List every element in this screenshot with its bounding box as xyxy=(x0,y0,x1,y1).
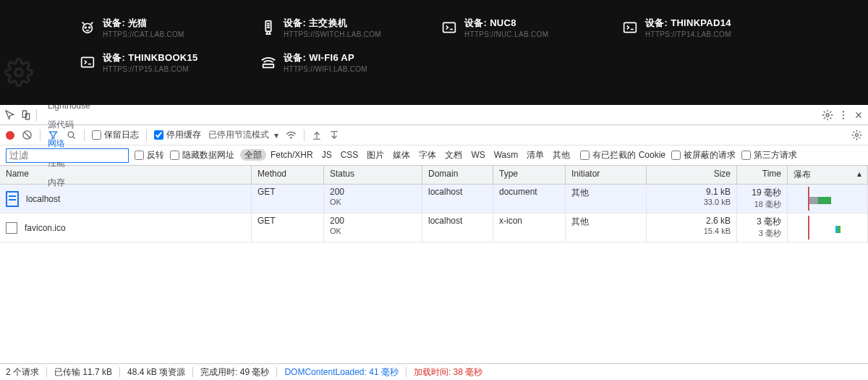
cell-status: 200OK xyxy=(324,185,422,214)
device-label: 设备: 光猫 xyxy=(103,17,184,30)
cell-status: 200OK xyxy=(324,214,422,242)
filter-type[interactable]: 媒体 xyxy=(388,149,414,161)
device-card[interactable]: 设备: THINKPAD14HTTPS://TP14.LAB.COM xyxy=(622,10,803,45)
filter-type[interactable]: 清单 xyxy=(522,149,548,161)
blocked-requests-checkbox[interactable]: 被屏蔽的请求 xyxy=(671,149,736,161)
status-load: 加载时间: 38 毫秒 xyxy=(414,366,482,379)
table-row[interactable]: favicon.icoGET200OKlocalhostx-icon其他2.6 … xyxy=(0,214,868,242)
blocked-cookies-checkbox[interactable]: 有已拦截的 Cookie xyxy=(580,149,665,161)
status-resources: 48.4 kB 项资源 xyxy=(127,366,185,379)
import-har-icon[interactable] xyxy=(312,130,322,140)
col-type[interactable]: Type xyxy=(493,166,566,184)
status-bar: 2 个请求 已传输 11.7 kB 48.4 kB 项资源 完成用时: 49 毫… xyxy=(0,363,868,380)
close-icon[interactable] xyxy=(854,110,864,120)
svg-point-17 xyxy=(291,138,292,138)
filter-icon[interactable] xyxy=(48,130,59,140)
svg-point-16 xyxy=(68,132,74,138)
file-icon xyxy=(6,222,17,234)
switch-icon xyxy=(260,20,276,35)
device-url: HTTPS://NUC.LAB.COM xyxy=(464,30,548,38)
cell-type: x-icon xyxy=(493,214,566,242)
svg-rect-8 xyxy=(263,64,274,68)
cell-method: GET xyxy=(252,185,324,214)
svg-point-14 xyxy=(843,117,844,119)
device-label: 设备: 主交换机 xyxy=(284,17,381,30)
filter-type[interactable]: WS xyxy=(467,149,489,161)
terminal-icon xyxy=(622,20,638,35)
cell-waterfall xyxy=(788,214,868,242)
svg-point-2 xyxy=(85,27,86,28)
terminal-icon xyxy=(441,20,457,35)
col-time[interactable]: Time xyxy=(737,166,788,184)
device-card[interactable]: 设备: THINKBOOK15HTTPS://TP15.LAB.COM xyxy=(80,45,260,80)
device-url: HTTPS://SWITCH.LAB.COM xyxy=(284,30,381,38)
device-label: 设备: THINKBOOK15 xyxy=(103,51,198,64)
terminal-icon xyxy=(80,54,95,70)
device-toggle-icon[interactable] xyxy=(20,109,32,121)
filter-type[interactable]: 字体 xyxy=(414,149,441,161)
svg-point-3 xyxy=(89,27,90,28)
cell-size: 2.6 kB15.4 kB xyxy=(647,214,737,242)
hide-data-urls-checkbox[interactable]: 隐藏数据网址 xyxy=(170,149,234,161)
svg-point-1 xyxy=(83,24,93,33)
record-button[interactable] xyxy=(6,131,14,140)
network-conditions-icon[interactable] xyxy=(286,130,297,140)
device-card[interactable]: 设备: 光猫HTTPS://CAT.LAB.COM xyxy=(80,10,260,45)
svg-point-13 xyxy=(843,114,844,115)
filter-type[interactable]: CSS xyxy=(336,149,363,161)
col-waterfall[interactable]: 瀑布 ▴ xyxy=(788,166,868,184)
status-dcl: DOMContentLoaded: 41 毫秒 xyxy=(284,366,398,379)
col-method[interactable]: Method xyxy=(252,166,324,184)
table-row[interactable]: localhostGET200OKlocalhostdocument其他9.1 … xyxy=(0,185,868,214)
device-label: 设备: THINKPAD14 xyxy=(645,17,731,30)
device-url: HTTPS://TP14.LAB.COM xyxy=(645,30,731,38)
cell-initiator: 其他 xyxy=(566,185,647,214)
filter-type[interactable]: 图片 xyxy=(362,149,388,161)
filter-type[interactable]: JS xyxy=(318,149,336,161)
wifi-icon xyxy=(260,54,276,70)
document-icon xyxy=(6,191,19,207)
col-domain[interactable]: Domain xyxy=(422,166,493,184)
third-party-checkbox[interactable]: 第三方请求 xyxy=(741,149,797,161)
filter-type[interactable]: 文档 xyxy=(441,149,467,161)
clear-icon[interactable] xyxy=(22,130,33,140)
settings-gear-icon xyxy=(4,58,33,87)
more-icon[interactable] xyxy=(838,109,849,121)
device-url: HTTPS://WIFI.LAB.COM xyxy=(284,65,367,73)
status-requests: 2 个请求 xyxy=(6,366,39,379)
network-toolbar: 保留日志 停用缓存 已停用节流模式 ▾ xyxy=(0,125,868,145)
search-icon[interactable] xyxy=(66,130,77,140)
col-size[interactable]: Size xyxy=(647,166,737,184)
table-header-row: Name Method Status Domain Type Initiator… xyxy=(0,166,868,185)
filter-type[interactable]: Fetch/XHR xyxy=(266,149,318,161)
cell-type: document xyxy=(493,185,566,214)
col-initiator[interactable]: Initiator xyxy=(566,166,647,184)
device-card[interactable]: 设备: 主交换机HTTPS://SWITCH.LAB.COM xyxy=(260,10,441,45)
status-transferred: 已传输 11.7 kB xyxy=(54,366,112,379)
device-card[interactable]: 设备: NUC8HTTPS://NUC.LAB.COM xyxy=(441,10,622,45)
svg-point-12 xyxy=(843,111,844,112)
col-name[interactable]: Name xyxy=(0,166,252,184)
export-har-icon[interactable] xyxy=(329,130,339,140)
invert-checkbox[interactable]: 反转 xyxy=(135,149,164,161)
settings-icon[interactable] xyxy=(822,109,833,121)
cell-name: localhost xyxy=(26,194,60,204)
device-label: 设备: WI-FI6 AP xyxy=(284,51,367,64)
preserve-log-checkbox[interactable]: 保留日志 xyxy=(92,129,139,141)
cell-time: 3 毫秒3 毫秒 xyxy=(737,214,788,242)
cell-initiator: 其他 xyxy=(566,214,647,242)
filter-type[interactable]: Wasm xyxy=(490,149,523,161)
throttling-dropdown[interactable]: 已停用节流模式 ▾ xyxy=(208,129,278,141)
device-card[interactable]: 设备: WI-FI6 APHTTPS://WIFI.LAB.COM xyxy=(260,45,441,80)
filter-type[interactable]: 全部 xyxy=(240,149,266,161)
drawer-settings-icon[interactable] xyxy=(851,130,862,140)
svg-rect-7 xyxy=(82,57,94,67)
svg-rect-4 xyxy=(265,21,271,32)
inspect-icon[interactable] xyxy=(4,109,16,121)
col-status[interactable]: Status xyxy=(324,166,422,184)
disable-cache-checkbox[interactable]: 停用缓存 xyxy=(154,129,201,141)
filter-type[interactable]: 其他 xyxy=(548,149,574,161)
filter-input[interactable] xyxy=(6,148,129,163)
cell-time: 19 毫秒18 毫秒 xyxy=(737,185,788,214)
cell-method: GET xyxy=(252,214,324,242)
